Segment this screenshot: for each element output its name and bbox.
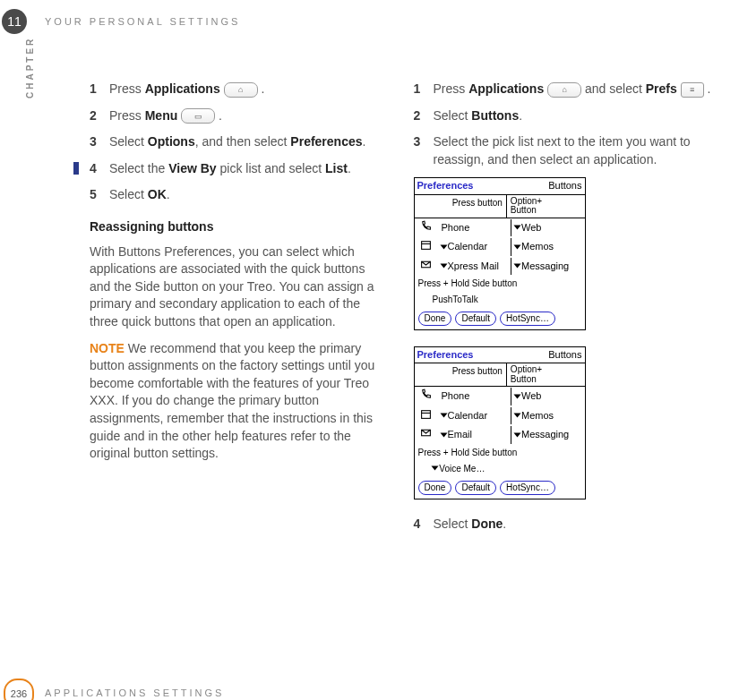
preferences-screenshot-1: Preferences Buttons Press button Option+… (414, 177, 586, 330)
footer-title: APPLICATIONS SETTINGS (45, 687, 224, 698)
side-button-value: PushToTalk (415, 292, 585, 308)
prefs-titlebar: Preferences Buttons (415, 178, 585, 193)
step-3: 3 Select the pick list next to the item … (414, 133, 713, 168)
preferences-screenshot-2: Preferences Buttons Press button Option+… (414, 346, 586, 499)
content-area: 1 Press Applications ⌂ . 2 Press Menu ▭ … (90, 81, 712, 637)
menu-key-icon: ▭ (181, 108, 215, 124)
chapter-label-vertical: CHAPTER (25, 37, 35, 98)
dropdown-icon (440, 414, 447, 418)
step-body: Press Menu ▭ . (109, 107, 389, 125)
page-number: 236 (11, 688, 27, 699)
step-number: 5 (90, 186, 109, 204)
prefs-title: Preferences (417, 179, 474, 192)
prefs-row: Phone Web (415, 387, 585, 405)
step-2: 2 Select Buttons. (414, 107, 713, 125)
prefs-row: Calendar Memos (415, 406, 585, 425)
header-title: YOUR PERSONAL SETTINGS (45, 16, 240, 27)
left-column: 1 Press Applications ⌂ . 2 Press Menu ▭ … (90, 81, 389, 637)
dropdown-icon (514, 414, 521, 418)
prefs-category: Buttons (548, 348, 581, 362)
prefs-row: Calendar Memos (415, 237, 585, 256)
prefs-row: Phone Web (415, 218, 585, 237)
prefs-category: Buttons (548, 179, 581, 192)
step-1: 1 Press Applications ⌂ . (90, 81, 389, 98)
right-column: 1 Press Applications ⌂ and select Prefs … (414, 81, 713, 637)
mail-icon (415, 257, 438, 276)
step-body: Select Options, and then select Preferen… (109, 133, 389, 151)
step-number: 1 (414, 81, 434, 98)
prefs-row: Xpress Mail Messaging (415, 257, 585, 276)
step-number: 4 (90, 160, 109, 178)
dropdown-icon (514, 432, 521, 437)
side-button-label: Press + Hold Side button (415, 445, 585, 461)
prefs-button-row: Done Default HotSync… (415, 477, 585, 499)
step-number: 3 (90, 133, 109, 151)
home-key-icon: ⌂ (547, 82, 581, 98)
step-body: Select OK. (109, 186, 389, 204)
dropdown-icon (440, 432, 447, 437)
col-press-button: Press button (415, 363, 507, 386)
phone-icon (415, 218, 438, 237)
col-option-button: Option+ Button (507, 363, 585, 386)
prefs-titlebar: Preferences Buttons (415, 347, 585, 363)
section-heading: Reassigning buttons (90, 218, 389, 236)
dropdown-icon (440, 264, 447, 269)
step-marker (73, 162, 79, 175)
step-body: Press Applications ⌂ . (109, 81, 389, 98)
dropdown-icon (431, 465, 438, 470)
home-key-icon: ⌂ (224, 82, 258, 98)
step-4: 4 Select Done. (414, 516, 713, 534)
page-number-badge: 236 (4, 679, 34, 700)
chapter-number: 11 (7, 14, 21, 29)
step-number: 4 (414, 516, 434, 534)
step-number: 2 (414, 107, 434, 125)
step-2: 2 Press Menu ▭ . (90, 107, 389, 125)
step-body: Select Buttons. (434, 107, 713, 125)
prefs-title: Preferences (417, 348, 474, 362)
step-number: 1 (90, 81, 109, 98)
side-button-value: Voice Me… (415, 461, 585, 477)
step-5: 5 Select OK. (90, 186, 389, 204)
paragraph: With Buttons Preferences, you can select… (90, 243, 389, 331)
prefs-row: Email Messaging (415, 425, 585, 444)
step-body: Press Applications ⌂ and select Prefs ≡ … (434, 81, 713, 98)
done-button: Done (418, 312, 452, 326)
dropdown-icon (440, 244, 447, 249)
done-button: Done (418, 481, 452, 495)
col-press-button: Press button (415, 195, 507, 218)
side-button-label: Press + Hold Side button (415, 276, 585, 292)
step-number: 3 (414, 133, 434, 168)
dropdown-icon (514, 226, 521, 230)
note-label: NOTE (90, 341, 125, 355)
step-body: Select the View By pick list and select … (109, 160, 389, 178)
calendar-icon (415, 406, 438, 425)
default-button: Default (455, 481, 496, 495)
default-button: Default (455, 312, 496, 326)
step-4: 4 Select the View By pick list and selec… (90, 160, 389, 178)
prefs-icon: ≡ (681, 82, 704, 98)
svg-rect-3 (422, 410, 431, 418)
step-body: Select Done. (434, 516, 713, 534)
step-3: 3 Select Options, and then select Prefer… (90, 133, 389, 151)
col-option-button: Option+ Button (507, 195, 585, 218)
step-number: 2 (90, 107, 109, 125)
prefs-header-row: Press button Option+ Button (415, 363, 585, 387)
dropdown-icon (514, 395, 521, 399)
hotsync-button: HotSync… (500, 481, 555, 495)
chapter-badge: 11 (2, 9, 27, 34)
phone-icon (415, 387, 438, 405)
dropdown-icon (514, 244, 521, 249)
step-1: 1 Press Applications ⌂ and select Prefs … (414, 81, 713, 98)
step-body: Select the pick list next to the item yo… (434, 133, 713, 168)
hotsync-button: HotSync… (500, 312, 555, 326)
note-paragraph: NOTE We recommend that you keep the prim… (90, 340, 389, 463)
mail-icon (415, 425, 438, 444)
prefs-header-row: Press button Option+ Button (415, 194, 585, 218)
prefs-button-row: Done Default HotSync… (415, 308, 585, 329)
dropdown-icon (514, 264, 521, 269)
svg-rect-0 (422, 242, 431, 250)
calendar-icon (415, 237, 438, 256)
